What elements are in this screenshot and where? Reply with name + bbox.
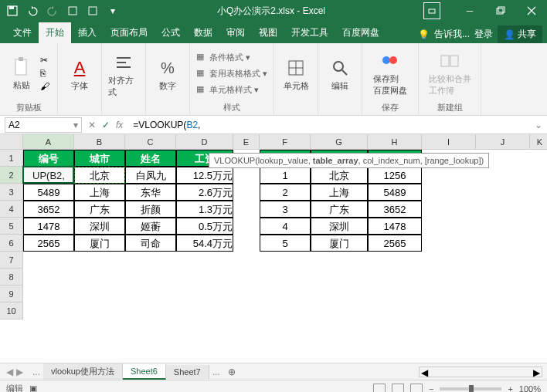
undo-icon[interactable] bbox=[26, 5, 39, 17]
cell[interactable]: 2 bbox=[260, 184, 311, 201]
row-header-9[interactable]: 9 bbox=[0, 286, 23, 302]
align-button[interactable]: 对齐方式 bbox=[108, 46, 139, 103]
next-sheet-icon[interactable]: ▶ bbox=[16, 367, 23, 377]
cell[interactable]: 2565 bbox=[368, 235, 422, 252]
formula-bar[interactable]: =VLOOKUP(B2, bbox=[129, 117, 530, 133]
compare-merge-button[interactable]: 比较和合并 工作簿 bbox=[425, 46, 474, 100]
cell[interactable]: 白凤九 bbox=[125, 167, 176, 184]
paste-button[interactable]: 粘贴 bbox=[6, 46, 37, 100]
col-header-A[interactable]: A bbox=[23, 134, 74, 150]
prev-sheet-icon[interactable]: ◀ bbox=[6, 367, 13, 377]
cell[interactable]: 12.5万元 bbox=[176, 167, 233, 184]
col-header-B[interactable]: B bbox=[74, 134, 125, 150]
row-header-1[interactable]: 1 bbox=[0, 150, 23, 167]
cell[interactable]: 1478 bbox=[23, 218, 74, 235]
row-header-7[interactable]: 7 bbox=[0, 252, 23, 269]
cell[interactable]: 司命 bbox=[125, 235, 176, 252]
cell[interactable]: 上海 bbox=[311, 184, 368, 201]
tab-data[interactable]: 数据 bbox=[187, 22, 219, 43]
format-as-table-button[interactable]: ▦套用表格格式▾ bbox=[196, 68, 267, 79]
cell[interactable]: 城市 bbox=[74, 150, 125, 167]
qat-dropdown-icon[interactable]: ▾ bbox=[107, 5, 119, 17]
save-icon[interactable] bbox=[6, 5, 19, 17]
col-header-K[interactable]: K bbox=[530, 134, 547, 150]
tab-baidu[interactable]: 百度网盘 bbox=[335, 22, 386, 43]
macro-record-icon[interactable]: ▣ bbox=[29, 384, 37, 392]
tab-formulas[interactable]: 公式 bbox=[155, 22, 187, 43]
row-header-4[interactable]: 4 bbox=[0, 201, 23, 218]
tab-developer[interactable]: 开发工具 bbox=[284, 22, 335, 43]
tab-page-layout[interactable]: 页面布局 bbox=[104, 22, 155, 43]
copy-icon[interactable]: ⎘ bbox=[40, 68, 51, 79]
cell[interactable]: 2.6万元 bbox=[176, 184, 233, 201]
col-header-F[interactable]: F bbox=[260, 134, 311, 150]
cancel-formula-icon[interactable]: ✕ bbox=[88, 120, 96, 130]
format-painter-icon[interactable]: 🖌 bbox=[40, 81, 51, 92]
qat-item-icon[interactable] bbox=[66, 5, 79, 17]
zoom-level[interactable]: 100% bbox=[519, 384, 541, 393]
sheet-tab-sheet6[interactable]: Sheet6 bbox=[123, 364, 166, 380]
qat-item-icon[interactable] bbox=[87, 5, 99, 17]
col-header-E[interactable]: E bbox=[233, 134, 260, 150]
add-sheet-icon[interactable]: ⊕ bbox=[223, 367, 240, 377]
tab-view[interactable]: 视图 bbox=[252, 22, 284, 43]
zoom-out-icon[interactable]: − bbox=[429, 384, 433, 393]
cell[interactable]: 1478 bbox=[368, 218, 422, 235]
fx-icon[interactable]: fx bbox=[116, 120, 123, 130]
row-header-6[interactable]: 6 bbox=[0, 235, 23, 252]
close-button[interactable] bbox=[516, 0, 547, 22]
cell[interactable]: 0.5万元 bbox=[176, 218, 233, 235]
cell[interactable]: 4 bbox=[260, 218, 311, 235]
cell[interactable]: 编号 bbox=[23, 150, 74, 167]
cell[interactable]: UP(B2, bbox=[23, 167, 74, 184]
cell[interactable]: 3652 bbox=[368, 201, 422, 218]
col-header-H[interactable]: H bbox=[368, 134, 422, 150]
select-all-corner[interactable] bbox=[0, 134, 23, 150]
save-baidu-button[interactable]: 保存到 百度网盘 bbox=[369, 46, 412, 100]
row-header-3[interactable]: 3 bbox=[0, 184, 23, 201]
more-tabs-right[interactable]: ... bbox=[209, 367, 223, 377]
col-header-C[interactable]: C bbox=[125, 134, 176, 150]
confirm-formula-icon[interactable]: ✓ bbox=[102, 120, 110, 130]
cell[interactable]: 姓名 bbox=[125, 150, 176, 167]
more-tabs-left[interactable]: ... bbox=[29, 367, 43, 377]
cell[interactable]: 2565 bbox=[23, 235, 74, 252]
cell[interactable]: 姬蘅 bbox=[125, 218, 176, 235]
row-header-10[interactable]: 10 bbox=[0, 302, 23, 319]
tell-me-icon[interactable]: 💡 bbox=[418, 29, 430, 40]
signin-link[interactable]: 登录 bbox=[474, 28, 493, 41]
zoom-slider[interactable] bbox=[440, 387, 501, 390]
horizontal-scrollbar[interactable]: ◀▶ bbox=[419, 367, 542, 377]
cell[interactable]: 1256 bbox=[368, 167, 422, 184]
tab-review[interactable]: 审阅 bbox=[219, 22, 252, 43]
cell-styles-button[interactable]: ▦单元格样式▾ bbox=[196, 84, 267, 96]
name-box[interactable]: A2▾ bbox=[5, 117, 82, 133]
tab-file[interactable]: 文件 bbox=[6, 22, 39, 43]
cell[interactable]: 厦门 bbox=[74, 235, 125, 252]
sheet-tab-sheet7[interactable]: Sheet7 bbox=[166, 365, 209, 379]
cell[interactable]: 东华 bbox=[125, 184, 176, 201]
chevron-down-icon[interactable]: ▾ bbox=[73, 120, 78, 130]
row-header-8[interactable]: 8 bbox=[0, 269, 23, 286]
cell[interactable]: 厦门 bbox=[311, 235, 368, 252]
redo-icon[interactable] bbox=[46, 5, 59, 17]
cell[interactable]: 1.3万元 bbox=[176, 201, 233, 218]
cell[interactable]: 广东 bbox=[311, 201, 368, 218]
minimize-button[interactable]: ─ bbox=[454, 0, 485, 22]
page-layout-view-icon[interactable] bbox=[392, 384, 404, 393]
tell-me-text[interactable]: 告诉我... bbox=[434, 28, 470, 41]
tab-home[interactable]: 开始 bbox=[39, 22, 71, 43]
share-button[interactable]: 👤共享 bbox=[498, 25, 542, 43]
cut-icon[interactable]: ✂ bbox=[40, 55, 51, 66]
editing-button[interactable]: 编辑 bbox=[324, 46, 355, 103]
ribbon-display-icon[interactable] bbox=[423, 2, 440, 19]
col-header-D[interactable]: D bbox=[176, 134, 233, 150]
cell[interactable]: 5 bbox=[260, 235, 311, 252]
cell[interactable]: 5489 bbox=[368, 184, 422, 201]
col-header-J[interactable]: J bbox=[476, 134, 530, 150]
col-header-I[interactable]: I bbox=[422, 134, 476, 150]
cell[interactable]: 3652 bbox=[23, 201, 74, 218]
expand-formula-icon[interactable]: ⌄ bbox=[530, 120, 547, 130]
tab-insert[interactable]: 插入 bbox=[71, 22, 104, 43]
cell[interactable]: 折颜 bbox=[125, 201, 176, 218]
